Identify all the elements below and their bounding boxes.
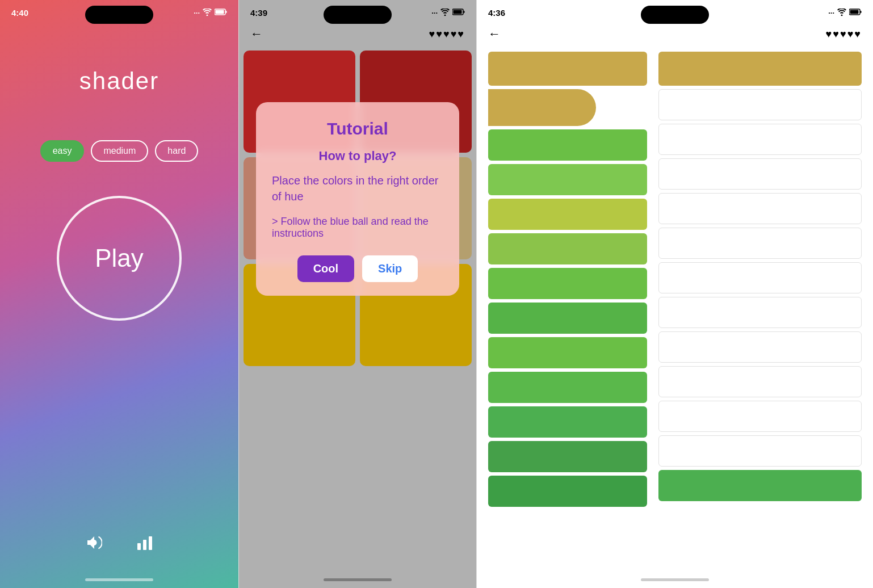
battery-icon-2 (452, 9, 465, 17)
bottom-icons (85, 535, 153, 554)
hearts-3: ♥♥♥♥♥ (826, 28, 862, 40)
swatch-right-9[interactable] (658, 331, 862, 363)
screen1-main-menu: 4:40 ··· shader easy medium hard Play (0, 0, 238, 588)
left-color-column (488, 52, 647, 568)
swatch-right-4[interactable] (658, 158, 862, 190)
swatch-left-7[interactable] (488, 268, 647, 299)
play-label: Play (95, 244, 144, 272)
svg-rect-1 (216, 10, 224, 14)
s3-content (477, 46, 873, 574)
dots-icon-2: ··· (431, 9, 438, 17)
dynamic-island-3 (641, 6, 709, 24)
swatch-left-13[interactable] (488, 476, 647, 507)
golden-pill[interactable] (488, 89, 596, 126)
pill-row (488, 89, 647, 126)
time-1: 4:40 (11, 8, 28, 18)
swatch-left-1[interactable] (488, 52, 647, 86)
time-3: 4:36 (488, 8, 505, 18)
s2-nav: ← ♥♥♥♥♥ (239, 22, 476, 46)
swatch-left-3[interactable] (488, 129, 647, 161)
play-button[interactable]: Play (57, 196, 182, 321)
svg-rect-11 (861, 11, 862, 13)
status-icons-3: ··· (828, 9, 862, 18)
svg-rect-8 (464, 11, 465, 13)
svg-rect-10 (850, 10, 859, 14)
tutorial-hint: > Follow the blue ball and read the inst… (272, 216, 443, 240)
svg-rect-3 (137, 543, 141, 550)
back-button-2[interactable]: ← (250, 27, 263, 41)
s3-nav: ← ♥♥♥♥♥ (477, 22, 873, 46)
screen2-tutorial: 4:39 ··· ← ♥♥♥♥♥ (238, 0, 477, 588)
tutorial-body: Place the colors in the right order of h… (272, 173, 443, 204)
swatch-right-1[interactable] (658, 52, 862, 86)
screen3-game: 4:36 ··· ← ♥♥♥♥♥ (477, 0, 873, 588)
dynamic-island-1 (85, 6, 153, 24)
status-icons-2: ··· (431, 9, 465, 18)
right-answer-column (658, 52, 862, 568)
wifi-icon-3 (837, 9, 846, 18)
tutorial-title: Tutorial (272, 119, 443, 138)
swatch-right-7[interactable] (658, 262, 862, 293)
battery-icon-1 (215, 9, 227, 17)
dots-icon-3: ··· (828, 9, 834, 17)
tutorial-overlay: Tutorial How to play? Place the colors i… (256, 102, 459, 296)
tutorial-subtitle: How to play? (272, 149, 443, 163)
svg-rect-5 (149, 536, 152, 550)
app-title: shader (79, 68, 159, 95)
swatch-left-9[interactable] (488, 337, 647, 368)
stats-icon[interactable] (136, 535, 153, 554)
swatch-left-6[interactable] (488, 233, 647, 264)
hard-button[interactable]: hard (155, 140, 198, 162)
swatch-left-12[interactable] (488, 441, 647, 472)
home-bar-3 (641, 578, 709, 581)
swatch-left-5[interactable] (488, 199, 647, 230)
swatch-left-8[interactable] (488, 303, 647, 334)
swatch-right-12[interactable] (658, 435, 862, 467)
sound-icon[interactable] (85, 535, 102, 554)
status-icons-1: ··· (194, 9, 227, 18)
home-bar-2 (324, 578, 392, 581)
svg-rect-2 (226, 11, 227, 13)
time-2: 4:39 (250, 8, 267, 18)
swatch-right-10[interactable] (658, 366, 862, 397)
dots-icon-1: ··· (194, 9, 200, 17)
swatch-right-13[interactable] (658, 470, 862, 501)
wifi-icon-1 (203, 9, 212, 18)
easy-button[interactable]: easy (40, 140, 85, 162)
swatch-right-2[interactable] (658, 89, 862, 120)
swatch-right-11[interactable] (658, 401, 862, 432)
dynamic-island-2 (324, 6, 392, 24)
back-button-3[interactable]: ← (488, 27, 501, 41)
difficulty-buttons: easy medium hard (40, 140, 199, 162)
swatch-right-6[interactable] (658, 228, 862, 259)
home-bar-1 (85, 578, 153, 581)
swatch-left-10[interactable] (488, 372, 647, 403)
svg-rect-7 (454, 10, 462, 14)
skip-button[interactable]: Skip (362, 255, 418, 282)
cool-button[interactable]: Cool (297, 255, 354, 282)
swatch-right-3[interactable] (658, 124, 862, 155)
svg-rect-4 (143, 540, 146, 550)
battery-icon-3 (849, 9, 862, 17)
swatch-right-8[interactable] (658, 297, 862, 328)
wifi-icon-2 (440, 9, 450, 18)
swatch-right-5[interactable] (658, 193, 862, 224)
swatch-left-11[interactable] (488, 406, 647, 438)
tutorial-buttons: Cool Skip (272, 255, 443, 282)
hearts-2: ♥♥♥♥♥ (429, 28, 465, 40)
medium-button[interactable]: medium (91, 140, 148, 162)
swatch-left-4[interactable] (488, 164, 647, 195)
